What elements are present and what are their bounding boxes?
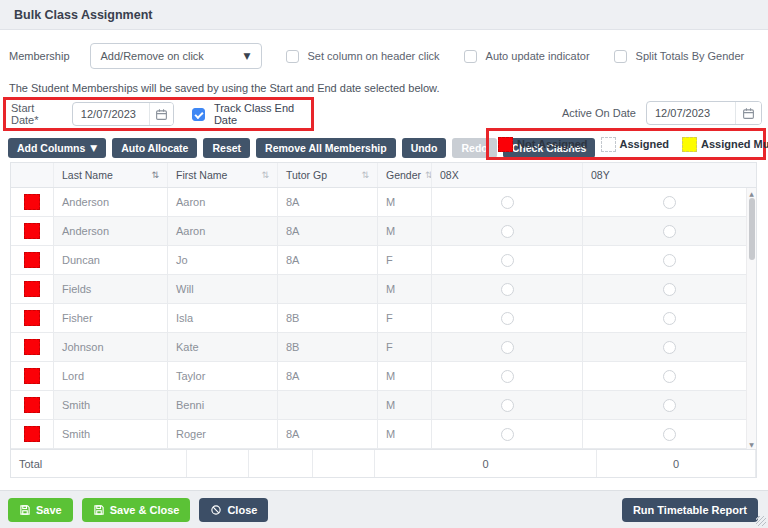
legend-annotation-box: Not Assigned Assigned Assigned Multiple [486, 128, 766, 160]
radio-08y[interactable] [663, 196, 676, 209]
cell-gender: M [378, 275, 432, 303]
header-indicator [11, 163, 54, 187]
sort-icon[interactable]: ⇅ [425, 170, 432, 180]
resize-grip-icon[interactable] [756, 516, 766, 526]
cell-gender: M [378, 362, 432, 390]
radio-08y[interactable] [663, 399, 676, 412]
active-date-calendar-button[interactable] [735, 102, 761, 124]
header-first-name[interactable]: First Name⇅ [168, 163, 278, 187]
radio-08x[interactable] [501, 341, 514, 354]
sort-icon[interactable]: ⇅ [261, 170, 269, 180]
scrollbar-thumb[interactable] [749, 198, 755, 260]
cell-tutor-gp: 8A [278, 217, 378, 245]
assignment-table: Last Name⇅ First Name⇅ Tutor Gp⇅ Gender⇅… [10, 162, 757, 478]
legend-label: Assigned Multiple [701, 138, 768, 150]
cell-first-name: Benni [168, 391, 278, 419]
active-on-date-value[interactable]: 12/07/2023 [647, 102, 735, 124]
radio-08x[interactable] [501, 428, 514, 441]
header-tutor-gp[interactable]: Tutor Gp⇅ [278, 163, 378, 187]
cell-last-name: Smith [54, 420, 168, 448]
header-last-name[interactable]: Last Name⇅ [54, 163, 168, 187]
radio-08y[interactable] [663, 428, 676, 441]
save-button[interactable]: Save [8, 498, 73, 522]
header-08y[interactable]: 08Y [583, 163, 756, 187]
checkbox-icon [286, 50, 299, 63]
total-label: Total [11, 450, 187, 477]
active-on-date-input[interactable]: 12/07/2023 [646, 101, 762, 125]
auto-allocate-button[interactable]: Auto Allocate [112, 138, 197, 158]
undo-button[interactable]: Undo [402, 138, 447, 158]
not-assigned-indicator [24, 194, 40, 210]
legend-item: Not Assigned [498, 137, 588, 152]
save-and-close-button[interactable]: Save & Close [82, 498, 191, 522]
cell-last-name: Duncan [54, 246, 168, 274]
cell-last-name: Lord [54, 362, 168, 390]
add-columns-button[interactable]: Add Columns ▼ [8, 138, 106, 158]
cell-tutor-gp: 8A [278, 188, 378, 216]
option-checkbox[interactable]: Set column on header click [286, 50, 440, 63]
cell-last-name: Fisher [54, 304, 168, 332]
chevron-down-icon: ▼ [244, 51, 251, 61]
sort-icon[interactable]: ⇅ [151, 170, 159, 180]
scroll-down-icon[interactable]: ▼ [747, 439, 756, 449]
radio-08y[interactable] [663, 254, 676, 267]
legend-swatch-icon [601, 137, 616, 152]
radio-08x[interactable] [501, 225, 514, 238]
reset-button[interactable]: Reset [203, 138, 250, 158]
cell-first-name: Kate [168, 333, 278, 361]
checkbox-label: Auto update indicator [486, 50, 590, 62]
radio-08y[interactable] [663, 341, 676, 354]
legend-label: Assigned [620, 138, 670, 150]
not-assigned-indicator [24, 426, 40, 442]
vertical-scrollbar[interactable]: ▲ ▼ [746, 188, 756, 449]
checkbox-icon [614, 50, 627, 63]
scroll-up-icon[interactable]: ▲ [747, 188, 756, 198]
run-timetable-report-button[interactable]: Run Timetable Report [622, 498, 758, 522]
cell-tutor-gp [278, 275, 378, 303]
radio-08x[interactable] [501, 370, 514, 383]
table-header-row: Last Name⇅ First Name⇅ Tutor Gp⇅ Gender⇅… [11, 163, 756, 188]
header-gender[interactable]: Gender⇅ [378, 163, 432, 187]
track-class-end-date-checkbox[interactable]: Track Class End Date [192, 102, 311, 126]
start-date-label: Start Date* [11, 102, 61, 126]
cell-first-name: Roger [168, 420, 278, 448]
radio-08x[interactable] [501, 283, 514, 296]
radio-08x[interactable] [501, 399, 514, 412]
remove-all-membership-button[interactable]: Remove All Membership [256, 138, 396, 158]
radio-08x[interactable] [501, 312, 514, 325]
radio-08y[interactable] [663, 370, 676, 383]
table-row: Lord Taylor 8A M [11, 362, 756, 391]
radio-08x[interactable] [501, 254, 514, 267]
not-assigned-indicator [24, 223, 40, 239]
membership-select[interactable]: Add/Remove on click ▼ [90, 43, 262, 69]
active-on-date-label: Active On Date [562, 107, 636, 119]
cell-gender: M [378, 391, 432, 419]
radio-08y[interactable] [663, 312, 676, 325]
cell-gender: F [378, 333, 432, 361]
cell-last-name: Anderson [54, 188, 168, 216]
footer-bar: Save Save & Close Close Run Timetable Re… [0, 490, 768, 528]
cell-tutor-gp [278, 391, 378, 419]
checkbox-label: Set column on header click [308, 50, 440, 62]
cell-tutor-gp: 8A [278, 420, 378, 448]
start-date-input[interactable]: 12/07/2023 [72, 102, 174, 126]
table-row: Smith Roger 8A M [11, 420, 756, 449]
option-checkbox[interactable]: Split Totals By Gender [614, 50, 745, 63]
start-date-value[interactable]: 12/07/2023 [73, 103, 149, 125]
close-button[interactable]: Close [199, 498, 268, 522]
radio-08y[interactable] [663, 225, 676, 238]
header-08x[interactable]: 08X [432, 163, 583, 187]
not-assigned-indicator [24, 281, 40, 297]
option-checkbox[interactable]: Auto update indicator [464, 50, 590, 63]
table-row: Anderson Aaron 8A M [11, 188, 756, 217]
radio-08y[interactable] [663, 283, 676, 296]
table-row: Fisher Isla 8B F [11, 304, 756, 333]
checkbox-checked-icon [192, 108, 205, 121]
title-bar: Bulk Class Assignment [0, 0, 768, 30]
table-row: Anderson Aaron 8A M [11, 217, 756, 246]
start-date-calendar-button[interactable] [149, 103, 173, 125]
membership-select-value: Add/Remove on click [101, 50, 204, 62]
cell-last-name: Fields [54, 275, 168, 303]
radio-08x[interactable] [501, 196, 514, 209]
sort-icon[interactable]: ⇅ [361, 170, 369, 180]
